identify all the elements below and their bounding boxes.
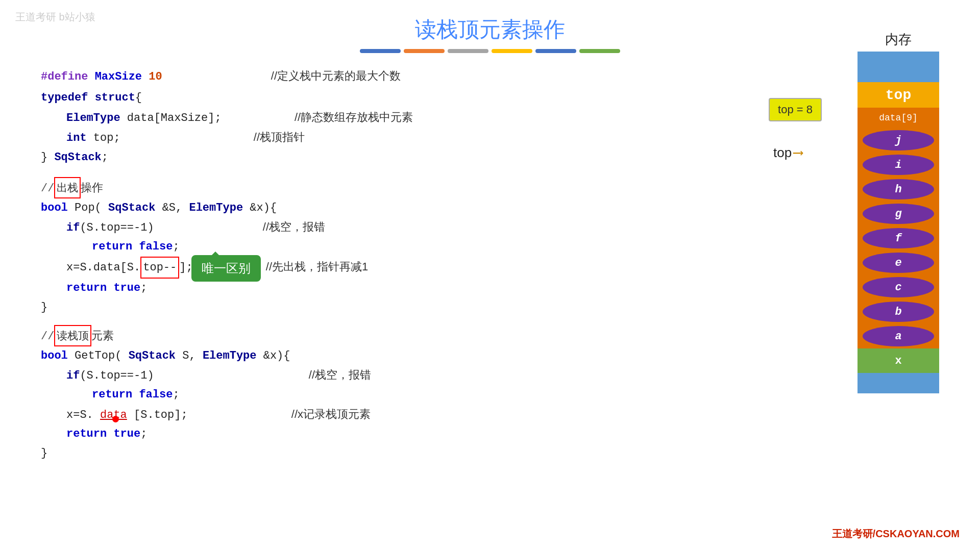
memory-title: 内存 xyxy=(847,31,949,48)
define-keyword: #define xyxy=(41,70,88,83)
pop-sig: bool Pop( SqStack &S, ElemType &x){ xyxy=(41,198,500,217)
int-top-line: int top; //栈顶指针 xyxy=(66,128,500,147)
gettop-sig: bool GetTop( SqStack S, ElemType &x){ xyxy=(41,346,500,365)
memory-panel: 内存 top data[9] j i h g f e c b a x xyxy=(847,31,949,393)
define-comment: //定义栈中元素的最大个数 xyxy=(271,69,401,82)
mem-row-e: e xyxy=(857,251,939,275)
mem-oval-i: i xyxy=(863,155,934,175)
mem-cell-x: x xyxy=(857,348,939,373)
mem-row-f: f xyxy=(857,226,939,251)
mem-top-label: top xyxy=(886,87,911,103)
return-false2: return false; xyxy=(92,385,500,404)
mem-x-label: x xyxy=(895,355,901,367)
watermark-bottomright: 王道考研/CSKAOYAN.COM xyxy=(832,527,960,541)
mem-oval-j: j xyxy=(863,130,934,151)
close-typedef: } SqStack; xyxy=(41,148,500,167)
elem-comment: //静态数组存放栈中元素 xyxy=(295,111,413,123)
mem-row-b: b xyxy=(857,299,939,324)
bar-4 xyxy=(492,49,532,53)
mem-oval-g: g xyxy=(863,204,934,224)
mem-row-h: h xyxy=(857,177,939,202)
x-comment2: //x记录栈顶元素 xyxy=(291,408,371,420)
typedef-line: typedef struct{ xyxy=(41,88,500,107)
watermark-topleft: 王道考研 b站小猿 xyxy=(15,10,95,24)
mem-data9-label: data[9] xyxy=(879,113,918,123)
maxsize-val: 10 xyxy=(149,70,162,83)
x-assign1: x=S.data[S.top--]; //先出栈，指针再减1 xyxy=(66,257,500,279)
mem-cell-blue-top xyxy=(857,52,939,82)
mem-cell-data9: data[9] xyxy=(857,108,939,128)
color-bars xyxy=(0,49,980,53)
mem-row-c: c xyxy=(857,275,939,299)
comment-gettop: //读栈顶元素 xyxy=(41,325,500,346)
return-false1: return false; xyxy=(92,237,500,256)
mem-oval-b: b xyxy=(863,302,934,322)
x-comment1: //先出栈，指针再减1 xyxy=(266,260,368,273)
int-comment: //栈顶指针 xyxy=(254,131,305,143)
tooltip-bubble: 唯一区别 xyxy=(191,255,261,282)
if-comment2: //栈空，报错 xyxy=(309,368,371,381)
pop-label-box: 出栈 xyxy=(54,177,81,198)
mem-oval-h: h xyxy=(863,179,934,199)
mem-cell-blue-bottom xyxy=(857,373,939,393)
elemtype-line: ElemType data[MaxSize]; //静态数组存放栈中元素 xyxy=(66,108,500,128)
top-minus-box: top-- xyxy=(140,257,179,279)
mem-row-i: i xyxy=(857,153,939,177)
mem-row-j: j xyxy=(857,128,939,153)
bar-1 xyxy=(360,49,401,53)
if-line2: if(S.top==-1) //栈空，报错 xyxy=(66,365,500,385)
top-pointer-indicator: top ⟶ xyxy=(773,144,802,161)
maxsize-name: MaxSize xyxy=(95,70,142,83)
bar-5 xyxy=(535,49,576,53)
mem-oval-a: a xyxy=(863,326,934,346)
mem-row-g: g xyxy=(857,202,939,226)
close-pop: } xyxy=(41,298,500,317)
bar-2 xyxy=(404,49,445,53)
comment-pop: //出栈操作 xyxy=(41,177,500,198)
mem-oval-e: e xyxy=(863,253,934,273)
top-pointer-text: top xyxy=(773,145,792,161)
bar-6 xyxy=(579,49,620,53)
mem-cell-top: top xyxy=(857,82,939,108)
red-dot xyxy=(112,416,119,422)
mem-oval-f: f xyxy=(863,228,934,248)
if-comment1: //栈空，报错 xyxy=(263,220,325,233)
page-title: 读栈顶元素操作 xyxy=(0,0,980,44)
code-area: #define MaxSize 10 //定义栈中元素的最大个数 typedef… xyxy=(41,66,500,463)
top-pointer-arrow-icon: ⟶ xyxy=(794,144,802,161)
if-line1: if(S.top==-1) //栈空，报错 xyxy=(66,217,500,237)
gettop-label-box: 读栈顶 xyxy=(54,325,91,346)
define-line: #define MaxSize 10 //定义栈中元素的最大个数 xyxy=(41,66,500,86)
x-assign2: x=S. data [S.top]; //x记录栈顶元素 xyxy=(66,405,500,424)
close-gettop: } xyxy=(41,444,500,463)
top-value-label: top = 8 xyxy=(769,98,822,121)
bar-3 xyxy=(448,49,488,53)
return-true2: return true; xyxy=(66,424,500,443)
return-true1: return true; xyxy=(66,279,500,297)
mem-oval-c: c xyxy=(863,277,934,297)
mem-row-a: a xyxy=(857,324,939,348)
